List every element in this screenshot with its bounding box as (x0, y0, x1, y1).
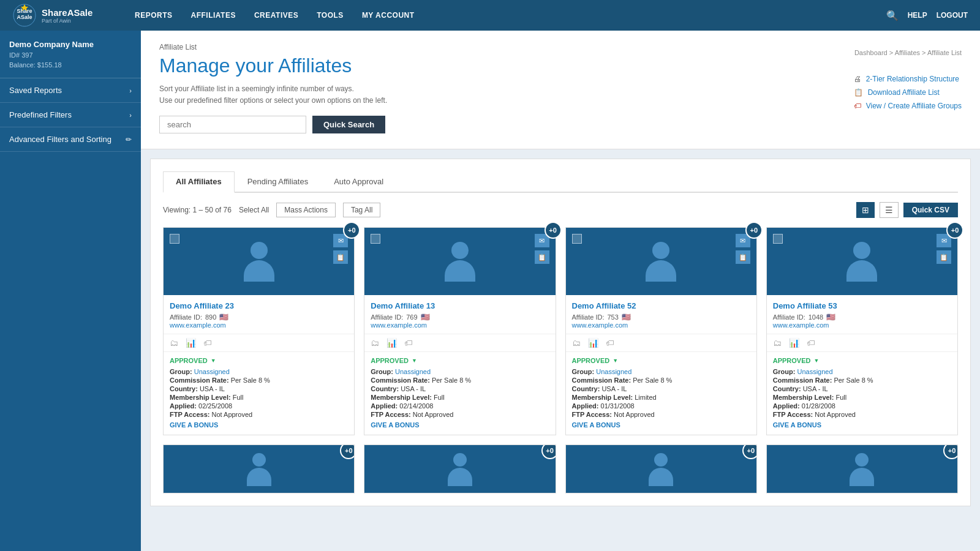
folder-icon[interactable]: 🗂 (773, 338, 782, 348)
view-create-groups-link[interactable]: 🏷 View / Create Affiliate Groups (854, 102, 962, 110)
affiliate-name[interactable]: Demo Affiliate 52 (572, 301, 750, 310)
saved-reports-btn[interactable]: Saved Reports › (0, 78, 141, 103)
saved-reports-label: Saved Reports (9, 86, 62, 95)
give-bonus-link[interactable]: GIVE A BONUS (371, 421, 549, 429)
card-top: ✉ 📋 (164, 228, 354, 295)
nav-tools[interactable]: TOOLS (317, 11, 344, 20)
help-link[interactable]: HELP (908, 11, 927, 20)
group-link[interactable]: Unassigned (797, 368, 832, 375)
predefined-filters-chevron: › (129, 111, 132, 119)
country-detail: Country: USA - IL (572, 385, 750, 392)
bottom-cards-row: +0 +0 (163, 444, 958, 493)
chart-icon[interactable]: 📊 (588, 338, 598, 348)
affiliate-card: +0 ✉ 📋 Demo Affiliat (766, 227, 958, 435)
nav-affiliates[interactable]: AFFILIATES (191, 11, 236, 20)
nav-myaccount[interactable]: MY ACCOUNT (362, 11, 415, 20)
affiliate-card: +0 ✉ 📋 Demo Affiliat (565, 227, 757, 435)
group-detail: Group: Unassigned (170, 368, 348, 375)
note-action-icon[interactable]: 📋 (937, 250, 951, 264)
tag-icon[interactable]: 🏷 (807, 338, 815, 348)
note-action-icon[interactable]: 📋 (736, 250, 750, 264)
avatar-body-partial (247, 468, 271, 486)
affiliate-id: 769 (406, 313, 417, 321)
grid-view-button[interactable]: ⊞ (856, 202, 875, 218)
affiliate-url[interactable]: www.example.com (572, 321, 750, 329)
groups-label: View / Create Affiliate Groups (866, 102, 962, 110)
card-top: ✉ 📋 (364, 228, 555, 295)
badge-plus: +0 (745, 222, 763, 239)
card-checkbox[interactable] (572, 234, 582, 244)
give-bonus-link[interactable]: GIVE A BONUS (572, 421, 750, 429)
status-dropdown[interactable]: ▼ (211, 358, 216, 364)
predefined-filters-btn[interactable]: Predefined Filters › (0, 103, 141, 127)
folder-icon[interactable]: 🗂 (170, 338, 178, 348)
affiliate-id-row: Affiliate ID: 1048 🇺🇸 (773, 313, 951, 321)
affiliate-card: +0 ✉ 📋 Demo Affiliat (364, 227, 556, 435)
card-top-partial (164, 445, 354, 493)
card-avatar (440, 242, 480, 285)
affiliate-url[interactable]: www.example.com (773, 321, 951, 329)
avatar-body-partial (850, 468, 874, 486)
list-view-button[interactable]: ☰ (880, 202, 899, 218)
quick-csv-button[interactable]: Quick CSV (903, 203, 958, 217)
mass-actions-button[interactable]: Mass Actions (276, 203, 336, 217)
give-bonus-link[interactable]: GIVE A BONUS (773, 421, 951, 429)
folder-icon[interactable]: 🗂 (572, 338, 581, 348)
chart-icon[interactable]: 📊 (186, 338, 196, 348)
card-tools: 🗂 📊 🏷 (566, 334, 756, 352)
tag-icon[interactable]: 🏷 (203, 338, 212, 348)
folder-icon[interactable]: 🗂 (371, 338, 379, 348)
tab-pending-affiliates[interactable]: Pending Affiliates (235, 171, 322, 192)
status-dropdown[interactable]: ▼ (612, 358, 618, 364)
bottom-card: +0 (565, 444, 757, 493)
bottom-card: +0 (163, 444, 355, 493)
affiliate-name[interactable]: Demo Affiliate 13 (371, 301, 549, 310)
quick-search-button[interactable]: Quick Search (312, 116, 385, 133)
two-tier-link[interactable]: 🖨 2-Tier Relationship Structure (854, 75, 962, 83)
nav-creatives[interactable]: CREATIVES (254, 11, 298, 20)
affiliate-name[interactable]: Demo Affiliate 53 (773, 301, 951, 310)
tag-icon[interactable]: 🏷 (404, 338, 413, 348)
search-icon[interactable]: 🔍 (886, 10, 899, 21)
affiliate-url[interactable]: www.example.com (170, 321, 348, 329)
group-detail: Group: Unassigned (572, 368, 750, 375)
status-dropdown[interactable]: ▼ (814, 358, 820, 364)
affiliate-id-row: Affiliate ID: 769 🇺🇸 (371, 313, 549, 321)
affiliate-name[interactable]: Demo Affiliate 23 (170, 301, 348, 310)
country-flag: 🇺🇸 (421, 313, 430, 321)
card-avatar-partial (850, 453, 874, 486)
card-actions-top: ✉ 📋 (736, 234, 750, 264)
status-dropdown[interactable]: ▼ (412, 358, 417, 364)
main-layout: Demo Company Name ID# 397 Balance: $155.… (0, 31, 980, 551)
tab-auto-approval[interactable]: Auto Approval (321, 171, 396, 192)
advanced-filters-icon: ✏ (126, 135, 132, 144)
give-bonus-link[interactable]: GIVE A BONUS (170, 421, 348, 429)
advanced-filters-btn[interactable]: Advanced Filters and Sorting ✏ (0, 127, 141, 152)
group-link[interactable]: Unassigned (596, 368, 631, 375)
tag-icon[interactable]: 🏷 (606, 338, 614, 348)
applied-detail: Applied: 01/28/2008 (773, 402, 951, 410)
note-action-icon[interactable]: 📋 (333, 250, 348, 264)
affiliate-url[interactable]: www.example.com (371, 321, 549, 329)
country-flag: 🇺🇸 (826, 313, 835, 321)
logout-link[interactable]: LOGOUT (937, 11, 968, 20)
download-affiliate-link[interactable]: 📋 Download Affiliate List (854, 88, 962, 97)
tab-all-affiliates[interactable]: All Affiliates (163, 171, 235, 193)
chart-icon[interactable]: 📊 (789, 338, 799, 348)
card-avatar (239, 242, 279, 285)
nav-reports[interactable]: REPORTS (135, 11, 173, 20)
search-input[interactable] (159, 116, 306, 133)
card-checkbox[interactable] (371, 234, 380, 244)
card-checkbox[interactable] (773, 234, 783, 244)
page-desc: Sort your Affiliate list in a seemingly … (159, 83, 387, 107)
card-top-partial (364, 445, 555, 493)
note-action-icon[interactable]: 📋 (535, 250, 549, 264)
two-tier-label: 2-Tier Relationship Structure (866, 75, 959, 83)
group-link[interactable]: Unassigned (395, 368, 431, 375)
select-all-button[interactable]: Select All (239, 206, 269, 214)
chart-icon[interactable]: 📊 (386, 338, 397, 348)
predefined-filters-label: Predefined Filters (9, 110, 72, 119)
group-link[interactable]: Unassigned (194, 368, 230, 375)
tag-all-button[interactable]: Tag All (343, 203, 380, 217)
card-checkbox[interactable] (170, 234, 179, 244)
